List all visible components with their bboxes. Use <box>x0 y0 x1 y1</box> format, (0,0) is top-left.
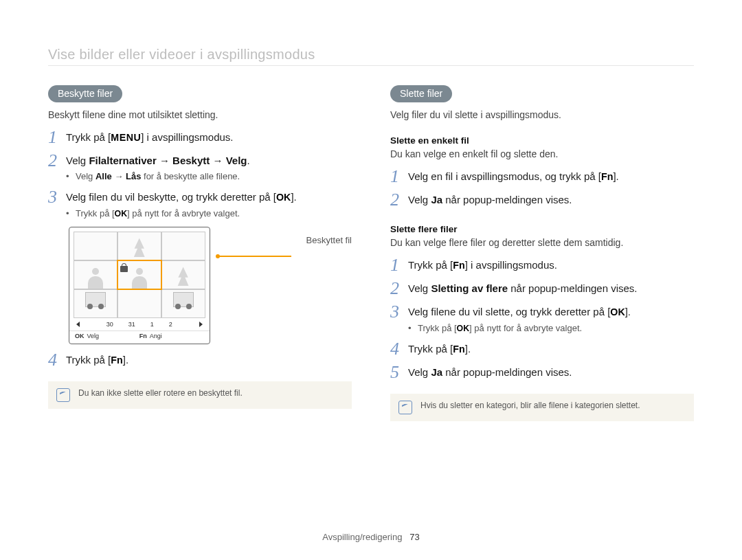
text: når popup-meldingen vises. <box>508 282 637 294</box>
text: ]. <box>625 306 631 317</box>
fn-button-label: Fn <box>453 343 464 357</box>
fn-button-label: Fn <box>601 170 613 184</box>
delete-multi-steps: 1 Trykk på [Fn] i avspillingsmodus. 2 Ve… <box>390 258 694 381</box>
camera-illustration: 30 31 1 2 OK Velg Fn <box>69 227 352 344</box>
text-bold: Alle <box>95 171 112 181</box>
text: når popup-meldingen vises. <box>442 366 572 378</box>
text-bold: Filalternativer <box>89 155 156 166</box>
delete-multi-step-3-sub: Trykk på [OK] på nytt for å avbryte valg… <box>408 322 694 335</box>
ok-button-label: OK <box>610 306 625 320</box>
delete-multi-step-1: Trykk på [Fn] i avspillingsmodus. <box>408 258 694 273</box>
page-title: Vise bilder eller videoer i avspillingsm… <box>48 47 694 63</box>
camera-bottombar: OK Velg Fn Angi <box>69 331 210 341</box>
step-number: 1 <box>390 256 408 274</box>
arrow: → <box>112 171 126 181</box>
step-number: 4 <box>390 340 408 358</box>
arrow: → <box>157 155 172 166</box>
text: ]. <box>123 354 128 366</box>
text: ] på nytt for å avbryte valget. <box>469 323 582 333</box>
svg-rect-0 <box>60 392 65 394</box>
footer-label: Avspilling/redigering <box>322 532 402 542</box>
text: Velg filene du vil slette, og trykk dere… <box>408 306 610 317</box>
text: Velg <box>66 155 89 166</box>
step-number: 4 <box>48 351 66 369</box>
pager-date: 2 <box>169 321 172 328</box>
protect-steps-continued: 4 Trykk på [Fn]. <box>48 352 352 369</box>
text: Trykk på [ <box>66 131 111 143</box>
note-icon <box>398 401 412 414</box>
text: for å beskytte alle filene. <box>141 171 240 181</box>
column-protect: Beskytte filer Beskytt filene dine mot u… <box>48 85 352 421</box>
fn-button-label: Fn <box>453 259 464 273</box>
protect-step-2: Velg Filalternativer → Beskytt → Velg. V… <box>66 153 352 183</box>
delete-single-step-2: Velg Ja når popup-meldingen vises. <box>408 192 694 207</box>
svg-rect-1 <box>402 404 407 407</box>
text: Velg <box>408 194 431 205</box>
thumb-cell <box>161 260 205 289</box>
menu-button-label: MENU <box>111 131 141 145</box>
ok-button-label: OK <box>75 333 85 339</box>
divider <box>48 65 694 66</box>
protect-step-2-sub: Velg Alle → Lås for å beskytte alle file… <box>66 170 352 183</box>
protect-step-4: Trykk på [Fn]. <box>66 352 352 368</box>
bottombar-fn-text: Angi <box>150 333 162 339</box>
filmclip-icon <box>85 292 106 307</box>
text: Trykk på [ <box>408 259 453 271</box>
step-number: 2 <box>390 191 408 209</box>
step-number: 1 <box>390 168 408 186</box>
callout-line <box>218 242 298 276</box>
pager-date: 31 <box>128 321 135 328</box>
page-number: 73 <box>409 532 419 542</box>
pager-date: 1 <box>150 321 154 328</box>
text-bold: Ja <box>431 366 442 378</box>
protect-step-3-sub: Trykk på [OK] på nytt for å avbryte valg… <box>66 208 352 220</box>
chevron-right-icon <box>199 321 205 328</box>
thumb-cell-selected <box>117 260 161 289</box>
step-number: 1 <box>48 128 66 146</box>
lock-icon <box>120 263 128 272</box>
text-bold: Ja <box>431 194 442 205</box>
text: ]. <box>613 170 618 182</box>
text-bold: Lås <box>126 171 141 181</box>
thumb-cell <box>74 260 117 289</box>
ok-button-label: OK <box>115 208 128 220</box>
thumb-cell <box>74 289 117 318</box>
person-icon <box>131 267 148 289</box>
delete-multi-step-4: Trykk på [Fn]. <box>408 341 694 357</box>
text: Trykk på [ <box>418 323 457 333</box>
note-delete: Hvis du sletter en kategori, blir alle f… <box>390 394 694 421</box>
delete-single-steps: 1 Velg en fil i avspillingsmodus, og try… <box>390 169 694 209</box>
step-number: 3 <box>48 188 66 206</box>
text: Velg <box>408 282 431 294</box>
note-protect: Du kan ikke slette eller rotere en besky… <box>48 381 352 409</box>
text: Trykk på [ <box>66 354 111 366</box>
text-bold: Sletting av flere <box>431 282 508 294</box>
step-number: 3 <box>390 303 408 321</box>
callout-label: Beskyttet fil <box>306 235 352 245</box>
text: ] i avspillingsmodus. <box>141 131 233 143</box>
note-text: Hvis du sletter en kategori, blir alle f… <box>420 401 640 410</box>
text: Velg en fil i avspillingsmodus, og trykk… <box>408 170 601 182</box>
text: Velg <box>408 366 431 378</box>
delete-multi-intro: Du kan velge flere filer og deretter sle… <box>390 237 694 248</box>
text: ]. <box>291 191 296 203</box>
delete-single-intro: Du kan velge en enkelt fil og slette den… <box>390 148 694 159</box>
bottombar-ok-text: Velg <box>87 333 100 339</box>
thumb-cell <box>161 289 205 318</box>
text: når popup-meldingen vises. <box>442 194 572 205</box>
tree-icon <box>133 238 146 257</box>
thumbnail-grid <box>74 232 205 318</box>
text: ] på nytt for å avbryte valget. <box>127 208 240 219</box>
page-footer: Avspilling/redigering 73 <box>0 532 742 542</box>
protect-steps: 1 Trykk på [MENU] i avspillingsmodus. 2 … <box>48 130 352 220</box>
callout <box>218 227 298 276</box>
fn-button-label: Fn <box>139 333 147 339</box>
text: ] i avspillingsmodus. <box>465 259 557 271</box>
delete-multi-step-3: Velg filene du vil slette, og trykk dere… <box>408 304 694 335</box>
note-text: Du kan ikke slette eller rotere en besky… <box>78 388 243 398</box>
camera-screen: 30 31 1 2 OK Velg Fn <box>69 227 210 344</box>
thumb-cell <box>161 232 205 260</box>
text-bold: Velg <box>226 155 247 166</box>
protect-step-3: Velg filen du vil beskytte, og trykk der… <box>66 190 352 220</box>
text: Trykk på [ <box>76 208 115 219</box>
